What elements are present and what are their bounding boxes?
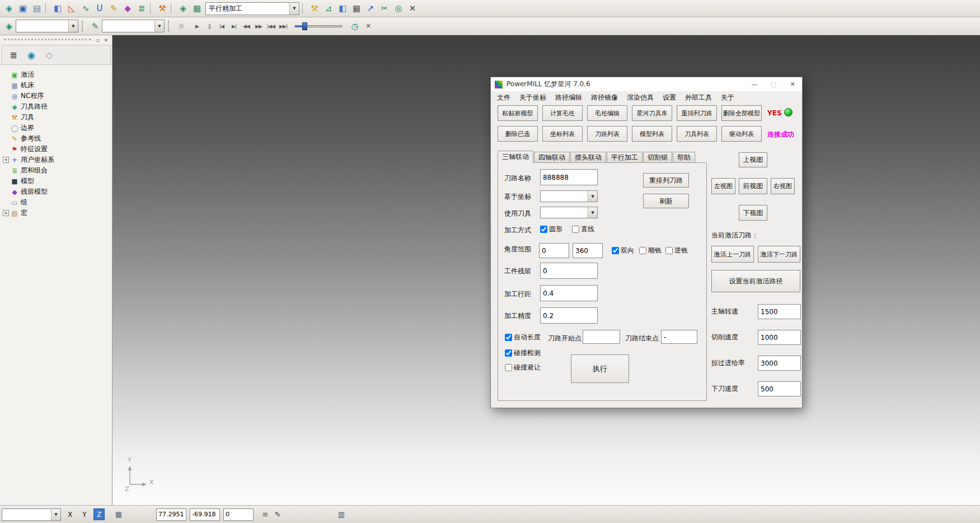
play-button[interactable]: ▶ — [191, 21, 203, 32]
model-list-button[interactable]: 模型列表 — [632, 126, 672, 142]
left-view-button[interactable]: 左视图 — [711, 178, 735, 194]
tree-expander-icon[interactable] — [3, 199, 9, 206]
project-icon[interactable]: ◈ — [2, 2, 16, 15]
coord-x-input[interactable] — [156, 508, 186, 521]
block-edit-icon[interactable]: ◧ — [336, 2, 349, 15]
angle-from-input[interactable] — [539, 243, 569, 258]
rearrange-toolpaths-button[interactable]: 重排列刀路 — [677, 105, 717, 121]
dropdown-arrow-icon[interactable]: ▼ — [289, 3, 299, 15]
right-view-button[interactable]: 右视图 — [771, 178, 795, 194]
tree-item-workplanes[interactable]: + + 用户坐标系 — [1, 155, 111, 165]
menu-path-edit[interactable]: 路径编辑 — [555, 93, 582, 102]
tree-expander-icon[interactable] — [3, 93, 9, 99]
menu-path-mirror[interactable]: 路径镜像 — [591, 93, 618, 102]
minimize-icon[interactable]: — — [745, 77, 764, 91]
stepover-input[interactable] — [540, 285, 598, 301]
compute-stock-button[interactable]: 计算毛坯 — [542, 105, 583, 121]
dropdown-arrow-icon[interactable]: ▼ — [154, 20, 164, 32]
refresh-button[interactable]: 刷新 — [643, 194, 689, 208]
maximize-icon[interactable]: ▢ — [764, 77, 783, 91]
menu-external-tools[interactable]: 外部工具 — [685, 93, 712, 102]
auto-length-checkbox[interactable]: 自动长度 — [505, 333, 541, 342]
axis-y-button[interactable]: Y — [79, 508, 90, 520]
delete-selected-button[interactable]: 删除已选 — [498, 126, 538, 142]
tree-item-models[interactable]: ■ 模型 — [1, 176, 111, 186]
tab-three-axis[interactable]: 三轴联动 — [498, 151, 533, 163]
collision-avoid-checkbox-input[interactable] — [505, 364, 512, 371]
mill-icon[interactable]: ⚒ — [308, 2, 321, 15]
tree-item-levels[interactable]: ≣ 层和组合 — [1, 165, 111, 176]
line-checkbox-input[interactable] — [572, 226, 579, 233]
chart-icon[interactable]: ↗ — [364, 2, 377, 15]
levels-edit-icon[interactable]: ≣ — [135, 2, 148, 15]
print-icon[interactable]: ▤ — [30, 2, 44, 15]
dropdown-arrow-icon[interactable]: ▼ — [588, 191, 597, 202]
tab-cutting-saw[interactable]: 切割锯 — [643, 152, 672, 162]
tool-list-button[interactable]: 刀具列表 — [677, 126, 717, 142]
speed-input[interactable] — [758, 381, 801, 396]
pin-icon[interactable]: ▫ — [93, 37, 102, 44]
grid-icon[interactable]: ▦ — [112, 510, 125, 519]
close-toolbar-icon[interactable]: ✕ — [362, 20, 375, 33]
strategy-icon[interactable]: ◈ — [176, 2, 190, 15]
go-end-button[interactable]: ▶▶| — [278, 21, 289, 32]
fast-forward-button[interactable]: ▶▶ — [253, 21, 264, 32]
calculator-icon[interactable]: ▦ — [350, 2, 363, 15]
paste-new-model-button[interactable]: 粘贴新模型 — [498, 105, 538, 121]
tree-expander-icon[interactable]: + — [3, 210, 9, 216]
use-tool-dropdown[interactable]: ▼ — [540, 207, 598, 218]
tree-item-boundaries[interactable]: ◯ 边界 — [1, 123, 111, 133]
menu-render-sim[interactable]: 渲染仿真 — [627, 93, 654, 102]
clock-icon[interactable]: ◷ — [348, 20, 362, 33]
tree-expander-icon[interactable] — [3, 167, 9, 174]
tree-expander-icon[interactable] — [3, 125, 9, 131]
front-view-button[interactable]: 前视图 — [739, 178, 767, 194]
menu-about[interactable]: 关于 — [721, 93, 734, 102]
rewind-button[interactable]: ◀◀ — [241, 21, 252, 32]
tab-swivel-head[interactable]: 摆头联动 — [570, 152, 606, 162]
tree-item-toolpaths[interactable]: ◈ 刀具路径 — [1, 101, 111, 112]
delete-all-models-button[interactable]: 删除全部模型 — [721, 105, 762, 121]
bottom-view-button[interactable]: 下视图 — [739, 205, 767, 221]
collision-check-checkbox-input[interactable] — [505, 349, 512, 357]
hierarchy-view-icon[interactable]: ≣ — [6, 48, 21, 62]
rearrange-toolpath-button[interactable]: 重排列刀路 — [643, 173, 689, 188]
tree-expander-icon[interactable] — [3, 146, 9, 152]
coordinate-list-button[interactable]: 坐标列表 — [542, 126, 583, 142]
edit-cursor-icon[interactable]: ✎ — [271, 510, 284, 519]
start-point-input[interactable] — [583, 330, 620, 344]
close-icon[interactable]: ✕ — [783, 77, 802, 91]
tree-item-stock-models[interactable]: ◆ 残留模型 — [1, 186, 111, 197]
tree-expander-icon[interactable] — [3, 82, 9, 88]
tab-parallel[interactable]: 平行加工 — [607, 152, 643, 162]
tree-expander-icon[interactable] — [3, 178, 9, 184]
speed-input[interactable] — [758, 304, 801, 319]
toolbar-close-icon[interactable]: ✕ — [406, 2, 419, 15]
globe-icon[interactable]: ◉ — [24, 48, 39, 62]
axis-z-button[interactable]: Z — [93, 508, 105, 520]
line-checkbox[interactable]: 直线 — [572, 225, 594, 234]
lightbulb-icon[interactable]: ☼ — [175, 20, 188, 33]
axis-x-button[interactable]: X — [64, 508, 76, 520]
measure-icon[interactable]: ◺ — [65, 2, 78, 15]
tree-expander-icon[interactable]: + — [3, 157, 9, 163]
base-coordinate-dropdown[interactable]: ▼ — [540, 190, 598, 202]
badge-icon[interactable]: ◇ — [42, 48, 57, 62]
annotation-icon[interactable]: U — [93, 2, 106, 15]
pause-button[interactable]: || — [204, 21, 215, 32]
coord-z-input[interactable] — [223, 508, 254, 521]
tool-create-icon[interactable]: ⚒ — [156, 2, 169, 15]
angle-to-input[interactable] — [573, 243, 603, 258]
tree-item-groups[interactable]: ▭ 组 — [1, 197, 111, 208]
go-start-button[interactable]: |◀◀ — [265, 21, 276, 32]
speed-input[interactable] — [758, 330, 801, 345]
toolpath-select-dropdown[interactable]: ▼ — [16, 20, 78, 32]
palette-icon[interactable]: ◆ — [121, 2, 134, 15]
menu-settings[interactable]: 设置 — [663, 93, 676, 102]
collision-avoid-checkbox[interactable]: 碰撞避让 — [505, 363, 541, 372]
dropdown-arrow-icon[interactable]: ▼ — [51, 509, 60, 520]
tree-expander-icon[interactable] — [3, 189, 9, 195]
climb-checkbox[interactable]: 顺铣 — [639, 246, 662, 255]
slider-handle[interactable] — [302, 22, 307, 30]
tolerance-input[interactable] — [540, 307, 598, 324]
